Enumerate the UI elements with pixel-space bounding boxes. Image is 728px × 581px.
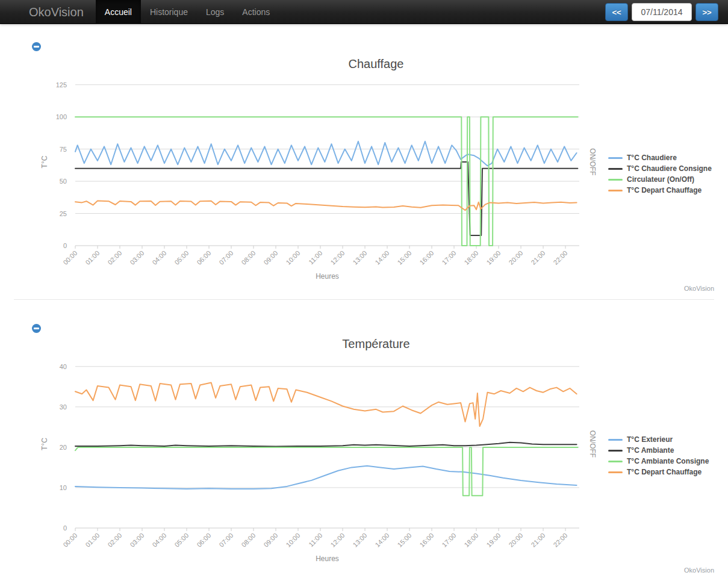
- svg-text:T°C: T°C: [40, 438, 49, 450]
- svg-text:06:00: 06:00: [195, 249, 212, 266]
- svg-text:40: 40: [60, 363, 67, 370]
- svg-text:12:00: 12:00: [329, 532, 346, 548]
- legend-item: T°C Ambiante Consigne: [608, 456, 709, 467]
- svg-text:ON/OFF: ON/OFF: [588, 430, 597, 458]
- prev-date-button[interactable]: <<: [605, 3, 628, 21]
- main-nav: Accueil Historique Logs Actions: [96, 0, 279, 24]
- svg-text:75: 75: [60, 146, 67, 153]
- svg-text:02:00: 02:00: [106, 249, 123, 266]
- svg-text:15:00: 15:00: [396, 532, 413, 548]
- legend-swatch: [608, 190, 623, 191]
- svg-text:09:00: 09:00: [262, 249, 279, 266]
- svg-text:19:00: 19:00: [485, 249, 502, 266]
- svg-text:17:00: 17:00: [441, 249, 458, 266]
- legend-swatch: [608, 471, 623, 473]
- svg-text:13:00: 13:00: [351, 532, 368, 548]
- svg-text:00:00: 00:00: [61, 532, 78, 548]
- collapse-icon[interactable]: [32, 42, 41, 51]
- svg-text:25: 25: [60, 210, 67, 217]
- svg-text:03:00: 03:00: [128, 249, 145, 266]
- svg-text:20:00: 20:00: [508, 532, 524, 548]
- chart-zone-chauffage: 025507510012500:0001:0002:0003:0004:0005…: [0, 78, 728, 295]
- minus-icon: [34, 46, 39, 48]
- chauffage-chart[interactable]: 025507510012500:0001:0002:0003:0004:0005…: [24, 78, 602, 295]
- svg-text:100: 100: [56, 113, 67, 120]
- legend-swatch: [608, 179, 623, 181]
- svg-text:03:00: 03:00: [128, 532, 145, 548]
- svg-text:21:00: 21:00: [530, 249, 547, 266]
- svg-text:20:00: 20:00: [508, 249, 524, 266]
- collapse-icon[interactable]: [32, 324, 41, 333]
- svg-text:11:00: 11:00: [307, 249, 323, 266]
- svg-text:04:00: 04:00: [151, 532, 167, 548]
- next-date-button[interactable]: >>: [695, 3, 718, 21]
- svg-text:18:00: 18:00: [463, 532, 480, 548]
- svg-text:11:00: 11:00: [307, 532, 323, 548]
- svg-text:18:00: 18:00: [463, 249, 480, 266]
- svg-text:16:00: 16:00: [418, 532, 435, 548]
- svg-text:0: 0: [63, 524, 67, 532]
- panel-temperature: Température 01020304000:0001:0002:0003:0…: [0, 300, 728, 580]
- chart-title-temperature: Température: [24, 337, 728, 351]
- navbar: OkoVision Accueil Historique Logs Action…: [0, 0, 728, 24]
- svg-text:00:00: 00:00: [61, 249, 78, 266]
- legend-swatch: [608, 168, 623, 170]
- legend-label: T°C Depart Chauffage: [627, 468, 702, 476]
- legend-label: T°C Exterieur: [627, 435, 673, 444]
- svg-text:01:00: 01:00: [84, 249, 101, 266]
- minus-icon: [34, 328, 39, 329]
- nav-item-accueil[interactable]: Accueil: [96, 0, 141, 24]
- svg-text:50: 50: [60, 178, 67, 185]
- legend-label: T°C Chaudiere: [627, 154, 677, 162]
- legend-label: T°C Depart Chauffage: [627, 186, 702, 194]
- svg-text:09:00: 09:00: [262, 532, 279, 548]
- main-content: Chauffage 025507510012500:0001:0002:0003…: [0, 24, 728, 580]
- svg-text:05:00: 05:00: [173, 249, 190, 266]
- chart-zone-temperature: 01020304000:0001:0002:0003:0004:0005:000…: [0, 360, 728, 577]
- legend-swatch: [608, 157, 623, 159]
- svg-text:17:00: 17:00: [441, 532, 458, 548]
- svg-text:15:00: 15:00: [396, 249, 413, 266]
- svg-text:19:00: 19:00: [485, 532, 502, 548]
- legend-label: T°C Ambiante: [627, 446, 674, 455]
- chart-title-chauffage: Chauffage: [24, 57, 728, 71]
- temperature-legend: T°C ExterieurT°C AmbianteT°C Ambiante Co…: [608, 434, 709, 477]
- chart-watermark: OkoVision: [684, 567, 714, 574]
- legend-item: Circulateur (On/Off): [608, 174, 712, 185]
- svg-text:10: 10: [60, 484, 67, 491]
- date-pager: << >>: [605, 3, 718, 21]
- legend-item: T°C Ambiante: [608, 445, 709, 456]
- svg-text:0: 0: [63, 242, 67, 249]
- svg-text:07:00: 07:00: [217, 532, 234, 548]
- svg-text:14:00: 14:00: [373, 249, 390, 266]
- chart-watermark: OkoVision: [684, 285, 714, 292]
- svg-text:08:00: 08:00: [240, 532, 257, 548]
- svg-text:06:00: 06:00: [195, 532, 212, 548]
- nav-item-historique[interactable]: Historique: [141, 0, 197, 24]
- svg-text:Heures: Heures: [316, 555, 339, 563]
- nav-item-logs[interactable]: Logs: [197, 0, 233, 24]
- svg-text:10:00: 10:00: [284, 532, 301, 548]
- legend-label: T°C Chaudiere Consigne: [627, 164, 712, 173]
- legend-item: T°C Chaudiere: [608, 152, 712, 163]
- nav-item-actions[interactable]: Actions: [233, 0, 279, 24]
- date-input[interactable]: [632, 3, 692, 21]
- legend-item: T°C Exterieur: [608, 434, 709, 445]
- legend-swatch: [608, 461, 623, 462]
- chauffage-legend: T°C ChaudiereT°C Chaudiere ConsigneCircu…: [608, 152, 712, 196]
- legend-label: Circulateur (On/Off): [627, 175, 694, 184]
- svg-text:04:00: 04:00: [151, 249, 167, 266]
- temperature-chart[interactable]: 01020304000:0001:0002:0003:0004:0005:000…: [24, 360, 602, 577]
- svg-text:21:00: 21:00: [530, 532, 547, 548]
- svg-text:Heures: Heures: [316, 272, 339, 281]
- svg-text:16:00: 16:00: [418, 249, 435, 266]
- legend-item: T°C Chaudiere Consigne: [608, 163, 712, 174]
- svg-text:22:00: 22:00: [552, 249, 569, 266]
- svg-text:07:00: 07:00: [217, 249, 234, 266]
- svg-text:05:00: 05:00: [173, 532, 190, 548]
- legend-item: T°C Depart Chauffage: [608, 185, 712, 196]
- legend-swatch: [608, 450, 623, 452]
- brand-logo[interactable]: OkoVision: [0, 0, 96, 24]
- svg-text:14:00: 14:00: [373, 532, 390, 548]
- svg-text:10:00: 10:00: [284, 249, 301, 266]
